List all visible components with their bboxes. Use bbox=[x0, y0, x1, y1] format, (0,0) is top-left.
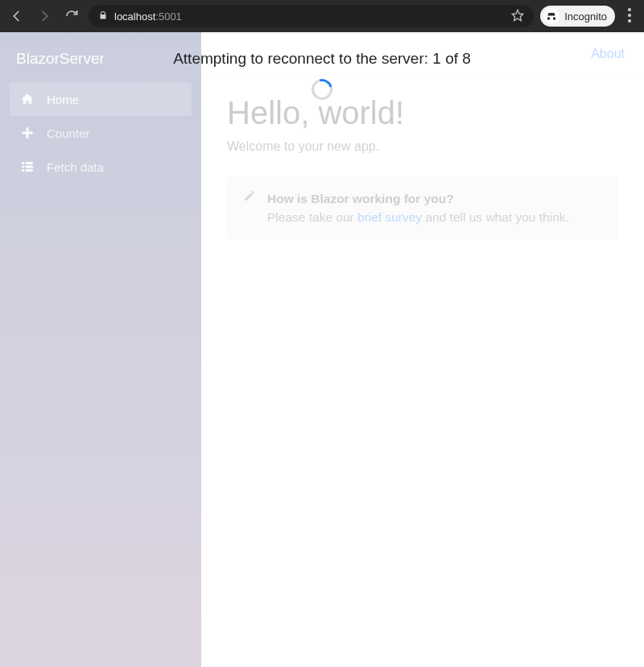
main: About Hello, world! Welcome to your new … bbox=[201, 32, 644, 667]
url-text: localhost:5001 bbox=[114, 10, 182, 23]
browser-menu-button[interactable] bbox=[621, 8, 638, 25]
svg-rect-9 bbox=[26, 169, 33, 172]
url-port: :5001 bbox=[155, 10, 182, 23]
nav-item-label: Counter bbox=[47, 126, 89, 140]
svg-point-1 bbox=[628, 8, 631, 11]
incognito-label: Incognito bbox=[564, 10, 607, 23]
nav-item-home[interactable]: Home bbox=[10, 82, 192, 116]
star-icon[interactable] bbox=[511, 9, 524, 24]
top-bar: About bbox=[201, 32, 644, 76]
content: Hello, world! Welcome to your new app. H… bbox=[201, 76, 644, 259]
survey-strong: How is Blazor working for you? bbox=[267, 192, 454, 205]
incognito-icon bbox=[543, 8, 559, 24]
svg-rect-8 bbox=[22, 169, 24, 172]
nav-item-fetch-data[interactable]: Fetch data bbox=[10, 150, 192, 184]
survey-link[interactable]: brief survey bbox=[357, 210, 422, 224]
app-brand[interactable]: BlazorServer bbox=[0, 39, 201, 82]
svg-rect-4 bbox=[22, 162, 24, 164]
survey-alert: How is Blazor working for you? Please ta… bbox=[227, 176, 618, 240]
page: BlazorServer Home Counter Fetch data bbox=[0, 32, 644, 667]
home-icon bbox=[19, 92, 35, 106]
incognito-indicator: Incognito bbox=[540, 6, 615, 27]
back-button[interactable] bbox=[6, 6, 27, 27]
page-subtitle: Welcome to your new app. bbox=[227, 139, 618, 154]
pencil-icon bbox=[243, 189, 256, 227]
nav-item-label: Home bbox=[47, 93, 79, 106]
about-link[interactable]: About bbox=[591, 47, 625, 61]
svg-marker-0 bbox=[513, 10, 523, 20]
nav-list: Home Counter Fetch data bbox=[0, 82, 201, 184]
svg-rect-7 bbox=[26, 166, 33, 168]
lock-icon bbox=[98, 10, 108, 23]
plus-icon bbox=[19, 126, 35, 140]
svg-point-2 bbox=[628, 14, 631, 17]
page-title: Hello, world! bbox=[227, 95, 618, 131]
survey-suffix: and tell us what you think. bbox=[422, 210, 569, 224]
reload-button[interactable] bbox=[61, 6, 82, 27]
nav-item-counter[interactable]: Counter bbox=[10, 116, 192, 150]
sidebar: BlazorServer Home Counter Fetch data bbox=[0, 32, 201, 667]
svg-rect-5 bbox=[26, 162, 33, 164]
address-bar[interactable]: localhost:5001 bbox=[89, 5, 534, 27]
svg-rect-6 bbox=[22, 166, 24, 168]
forward-button[interactable] bbox=[34, 6, 55, 27]
survey-prefix: Please take our bbox=[267, 210, 357, 224]
svg-point-3 bbox=[628, 19, 631, 23]
browser-chrome: localhost:5001 Incognito bbox=[0, 0, 644, 32]
url-host: localhost bbox=[114, 10, 155, 23]
list-icon bbox=[19, 160, 35, 174]
nav-item-label: Fetch data bbox=[47, 160, 104, 174]
